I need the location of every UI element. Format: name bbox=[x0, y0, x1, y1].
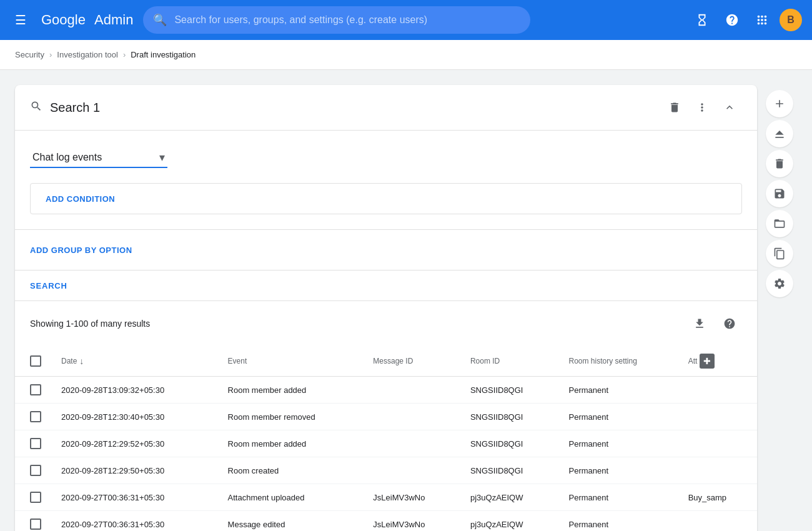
logo-admin: Admin bbox=[94, 12, 133, 28]
cell-room-history: Permanent bbox=[558, 484, 678, 511]
row-checkbox[interactable] bbox=[30, 519, 41, 530]
sidebar-open-button[interactable] bbox=[766, 210, 793, 237]
cell-event: Room member removed bbox=[218, 404, 364, 430]
sidebar-move-up-button[interactable] bbox=[766, 120, 793, 147]
row-checkbox[interactable] bbox=[30, 465, 41, 476]
cell-event: Room created bbox=[218, 457, 364, 484]
help-icon[interactable] bbox=[720, 7, 745, 32]
breadcrumb-sep-1: › bbox=[49, 50, 52, 59]
dropdown-label: Chat log events bbox=[32, 152, 154, 163]
avatar[interactable]: B bbox=[780, 9, 802, 31]
cell-att bbox=[678, 457, 757, 484]
th-room-history: Room history setting bbox=[558, 346, 678, 377]
row-checkbox-cell[interactable] bbox=[15, 430, 51, 457]
sidebar-delete-all-button[interactable] bbox=[766, 150, 793, 177]
row-checkbox[interactable] bbox=[30, 411, 41, 422]
results-count: Showing 1-100 of many results bbox=[30, 319, 677, 329]
th-date[interactable]: Date ↓ bbox=[51, 346, 218, 377]
sidebar-copy-button[interactable] bbox=[766, 240, 793, 267]
cell-event: Message edited bbox=[218, 511, 364, 532]
more-options-button[interactable] bbox=[690, 95, 715, 120]
search-icon: 🔍 bbox=[153, 13, 167, 27]
cell-att: Buy_samp bbox=[678, 484, 757, 511]
results-actions bbox=[687, 311, 742, 336]
search-bar[interactable]: 🔍 bbox=[143, 6, 530, 34]
row-checkbox-cell[interactable] bbox=[15, 457, 51, 484]
cell-room-history: Permanent bbox=[558, 377, 678, 404]
row-checkbox[interactable] bbox=[30, 384, 41, 395]
results-table: Date ↓ Event Message ID Room ID Room his… bbox=[15, 346, 757, 531]
sort-icon: ↓ bbox=[79, 356, 84, 366]
row-checkbox[interactable] bbox=[30, 438, 41, 449]
sidebar-add-button[interactable] bbox=[766, 90, 793, 117]
cell-room-id: SNGSIID8QGI bbox=[460, 377, 559, 404]
cell-date: 2020-09-28T12:30:40+05:30 bbox=[51, 404, 218, 430]
app-header: ☰ Google Admin 🔍 B bbox=[0, 0, 812, 40]
table-row: 2020-09-27T00:36:31+05:30 Attachment upl… bbox=[15, 484, 757, 511]
row-checkbox-cell[interactable] bbox=[15, 511, 51, 532]
th-select-all[interactable] bbox=[15, 346, 51, 377]
breadcrumb-security[interactable]: Security bbox=[15, 50, 44, 59]
cell-message-id bbox=[363, 457, 460, 484]
table-row: 2020-09-28T12:29:52+05:30 Room member ad… bbox=[15, 430, 757, 457]
cell-event: Attachment uploaded bbox=[218, 484, 364, 511]
cell-event: Room member added bbox=[218, 377, 364, 404]
cell-att bbox=[678, 430, 757, 457]
breadcrumb-current: Draft investigation bbox=[131, 50, 196, 59]
table-row: 2020-09-28T12:29:50+05:30 Room created S… bbox=[15, 457, 757, 484]
content-area: Search 1 Chat log events ▾ bbox=[15, 85, 757, 531]
select-all-checkbox[interactable] bbox=[30, 355, 41, 367]
search-left-icon bbox=[30, 100, 42, 116]
cell-message-id bbox=[363, 404, 460, 430]
row-checkbox-cell[interactable] bbox=[15, 404, 51, 430]
cell-date: 2020-09-28T13:09:32+05:30 bbox=[51, 377, 218, 404]
search-header-actions bbox=[662, 95, 742, 120]
add-condition-section: ADD CONDITION bbox=[30, 183, 742, 214]
add-group-button[interactable]: ADD GROUP BY OPTION bbox=[30, 246, 132, 255]
search-button-section: SEARCH bbox=[15, 270, 757, 300]
breadcrumb: Security › Investigation tool › Draft in… bbox=[0, 40, 812, 70]
add-condition-button[interactable]: ADD CONDITION bbox=[46, 194, 115, 204]
sidebar-save-button[interactable] bbox=[766, 180, 793, 207]
results-help-button[interactable] bbox=[717, 311, 742, 336]
th-att[interactable]: Att ✚ bbox=[678, 346, 757, 377]
th-event: Event bbox=[218, 346, 364, 377]
results-header: Showing 1-100 of many results bbox=[15, 300, 757, 346]
apps-icon[interactable] bbox=[750, 7, 775, 32]
event-type-dropdown[interactable]: Chat log events ▾ bbox=[30, 146, 167, 168]
row-checkbox-cell[interactable] bbox=[15, 377, 51, 404]
cell-event: Room member added bbox=[218, 430, 364, 457]
cell-message-id: JsLeiMV3wNo bbox=[363, 484, 460, 511]
delete-search-button[interactable] bbox=[662, 95, 687, 120]
search-body: Chat log events ▾ ADD CONDITION bbox=[15, 131, 757, 229]
table-row: 2020-09-27T00:36:31+05:30 Message edited… bbox=[15, 511, 757, 532]
cell-room-id: SNGSIID8QGI bbox=[460, 404, 559, 430]
expand-columns-icon[interactable]: ✚ bbox=[700, 354, 715, 369]
breadcrumb-sep-2: › bbox=[123, 50, 126, 59]
download-results-button[interactable] bbox=[687, 311, 712, 336]
collapse-button[interactable] bbox=[717, 95, 742, 120]
sidebar-settings-button[interactable] bbox=[766, 270, 793, 297]
row-checkbox-cell[interactable] bbox=[15, 484, 51, 511]
search-input[interactable] bbox=[174, 14, 520, 26]
main-layout: Search 1 Chat log events ▾ bbox=[0, 70, 812, 531]
hourglass-icon[interactable] bbox=[690, 7, 715, 32]
menu-icon[interactable]: ☰ bbox=[10, 7, 31, 32]
th-room-id: Room ID bbox=[460, 346, 559, 377]
breadcrumb-investigation-tool[interactable]: Investigation tool bbox=[57, 50, 118, 59]
cell-date: 2020-09-28T12:29:52+05:30 bbox=[51, 430, 218, 457]
cell-room-history: Permanent bbox=[558, 430, 678, 457]
sidebar-toolbar bbox=[762, 85, 797, 531]
search-title: Search 1 bbox=[50, 101, 662, 115]
cell-room-id: pj3uQzAEIQW bbox=[460, 484, 559, 511]
cell-room-id: pj3uQzAEIQW bbox=[460, 511, 559, 532]
row-checkbox[interactable] bbox=[30, 492, 41, 503]
cell-message-id bbox=[363, 430, 460, 457]
search-card-header: Search 1 bbox=[15, 85, 757, 131]
search-button[interactable]: SEARCH bbox=[30, 281, 67, 290]
group-by-section: ADD GROUP BY OPTION bbox=[15, 229, 757, 270]
cell-date: 2020-09-28T12:29:50+05:30 bbox=[51, 457, 218, 484]
cell-room-id: SNGSIID8QGI bbox=[460, 457, 559, 484]
table-row: 2020-09-28T13:09:32+05:30 Room member ad… bbox=[15, 377, 757, 404]
table-header-row: Date ↓ Event Message ID Room ID Room his… bbox=[15, 346, 757, 377]
